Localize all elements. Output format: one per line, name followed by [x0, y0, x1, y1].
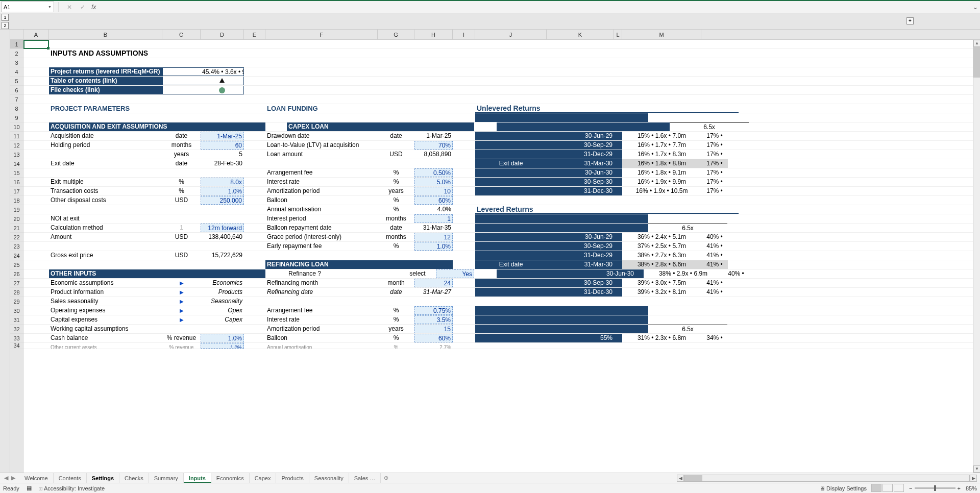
row-header[interactable]: 16	[10, 178, 23, 187]
normal-view-icon[interactable]	[871, 484, 881, 492]
input-cell[interactable]: 12	[414, 233, 453, 241]
column-headers[interactable]: A B C D E F G H I J K L M	[10, 30, 980, 40]
row-header[interactable]: 22	[10, 233, 23, 242]
row-header[interactable]: 15	[10, 168, 23, 178]
row-header[interactable]: 9	[10, 113, 23, 122]
outline-expand-icon[interactable]: +	[906, 17, 914, 24]
col-header[interactable]: A	[23, 30, 49, 39]
tab-nav-prev-icon[interactable]: ◀	[4, 475, 8, 481]
vertical-scrollbar[interactable]: ▲ ▼	[973, 40, 980, 473]
col-header[interactable]: K	[547, 30, 614, 39]
zoom-slider[interactable]: − +	[909, 485, 961, 491]
zoom-level[interactable]: 85%	[966, 485, 977, 491]
sheet-tab[interactable]: Summary	[149, 473, 184, 483]
col-header[interactable]: H	[414, 30, 453, 39]
sheet-tab[interactable]: Sales …	[349, 473, 381, 483]
scroll-down-icon[interactable]: ▼	[973, 465, 980, 473]
row-header[interactable]: 24	[10, 251, 23, 260]
row-header[interactable]: 32	[10, 325, 23, 334]
input-cell[interactable]: 60%	[414, 334, 453, 342]
col-header[interactable]: I	[453, 30, 475, 39]
row-header[interactable]: 6	[10, 86, 23, 95]
formula-input[interactable]	[98, 2, 971, 12]
triangle-right-icon[interactable]: ▶	[162, 315, 201, 324]
accessibility-status[interactable]: ✕⃝ Accessibility: Investigate	[39, 485, 105, 491]
triangle-right-icon[interactable]: ▶	[162, 306, 201, 315]
input-cell[interactable]: 8.0x	[201, 178, 244, 186]
row-header[interactable]: 26	[10, 269, 23, 279]
input-cell[interactable]: 5.0%	[414, 178, 453, 186]
row-header[interactable]: 23	[10, 242, 23, 251]
row-header[interactable]: 28	[10, 288, 23, 297]
row-header[interactable]: 25	[10, 260, 23, 269]
row-header[interactable]: 17	[10, 187, 23, 196]
input-cell[interactable]: 70%	[414, 141, 453, 150]
col-header[interactable]: L	[614, 30, 622, 39]
link[interactable]: Seasonality	[201, 297, 244, 306]
input-cell[interactable]: 250,000	[201, 196, 244, 205]
row-header[interactable]: 30	[10, 306, 23, 315]
sheet-tab[interactable]: Contents	[54, 473, 87, 483]
confirm-icon[interactable]: ✓	[80, 4, 85, 11]
input-cell[interactable]: Yes	[436, 269, 474, 278]
sheet-tab[interactable]: Products	[276, 473, 309, 483]
scroll-left-icon[interactable]: ◀	[677, 475, 684, 482]
sheet-tab[interactable]: Inputs	[184, 473, 211, 483]
row-header[interactable]: 19	[10, 205, 23, 214]
macro-icon[interactable]: ▦	[27, 485, 32, 491]
cell-grid[interactable]: INPUTS AND ASSUMPTIONS Project returns (…	[23, 40, 980, 473]
input-cell[interactable]: 1.0%	[201, 343, 244, 349]
cancel-icon[interactable]: ✕	[67, 4, 72, 11]
col-header[interactable]: J	[475, 30, 547, 39]
input-cell[interactable]: 1	[414, 214, 453, 223]
input-cell[interactable]: 3.5%	[414, 315, 453, 324]
link[interactable]: Opex	[201, 306, 244, 315]
display-settings-button[interactable]: 🖥 Display Settings	[819, 485, 867, 491]
sheet-tab[interactable]: Seasonality	[309, 473, 349, 483]
fx-icon[interactable]: fx	[91, 4, 96, 11]
tab-nav-next-icon[interactable]: ▶	[11, 475, 15, 481]
row-header[interactable]: 18	[10, 196, 23, 205]
select-all-button[interactable]	[10, 30, 23, 39]
input-cell[interactable]: 24	[414, 279, 453, 287]
row-header[interactable]: 31	[10, 315, 23, 325]
row-header[interactable]: 1	[10, 40, 23, 49]
col-header[interactable]: E	[244, 30, 265, 39]
row-header[interactable]: 4	[10, 67, 23, 77]
scroll-thumb[interactable]	[973, 47, 980, 78]
triangle-right-icon[interactable]: ▶	[162, 297, 201, 306]
input-cell[interactable]: 0.75%	[414, 306, 453, 315]
row-header[interactable]: 29	[10, 297, 23, 306]
row-headers[interactable]: 1 2 3 4 5 6 7 8 9 10 11 12 13 14 15 16 1…	[10, 40, 23, 473]
input-cell[interactable]: 1.0%	[201, 334, 244, 342]
row-header[interactable]: 7	[10, 95, 23, 104]
zoom-out-icon[interactable]: −	[909, 485, 912, 491]
zoom-in-icon[interactable]: +	[958, 485, 961, 491]
name-box-dropdown-icon[interactable]: ▼	[48, 5, 52, 9]
col-header[interactable]: M	[622, 30, 701, 39]
page-layout-view-icon[interactable]	[883, 484, 893, 492]
input-cell[interactable]: 1.0%	[414, 242, 453, 251]
col-header[interactable]: D	[201, 30, 244, 39]
input-cell[interactable]: 12m forward	[201, 224, 244, 232]
row-header[interactable]: 14	[10, 159, 23, 168]
sheet-tab[interactable]: Capex	[250, 473, 277, 483]
row-header[interactable]: 10	[10, 122, 23, 132]
horizontal-scrollbar[interactable]: ◀ ▶	[391, 475, 980, 482]
col-header[interactable]: B	[49, 30, 162, 39]
col-header[interactable]: G	[378, 30, 414, 39]
input-cell[interactable]: 1.0%	[201, 187, 244, 195]
col-header[interactable]: F	[265, 30, 378, 39]
sheet-tab[interactable]: Settings	[87, 473, 119, 483]
input-cell[interactable]: 60%	[414, 196, 453, 205]
scroll-up-icon[interactable]: ▲	[973, 40, 980, 47]
input-cell[interactable]: 1-Mar-25	[201, 132, 244, 140]
outline-level-1[interactable]: 1	[2, 14, 9, 21]
triangle-right-icon[interactable]: ▶	[162, 288, 201, 297]
sheet-tab[interactable]: Checks	[119, 473, 149, 483]
row-header[interactable]: 33	[10, 334, 23, 343]
outline-level-2[interactable]: 2	[2, 22, 9, 29]
row-header[interactable]: 34	[10, 343, 23, 349]
row-header[interactable]: 21	[10, 224, 23, 233]
row-header[interactable]: 11	[10, 132, 23, 141]
